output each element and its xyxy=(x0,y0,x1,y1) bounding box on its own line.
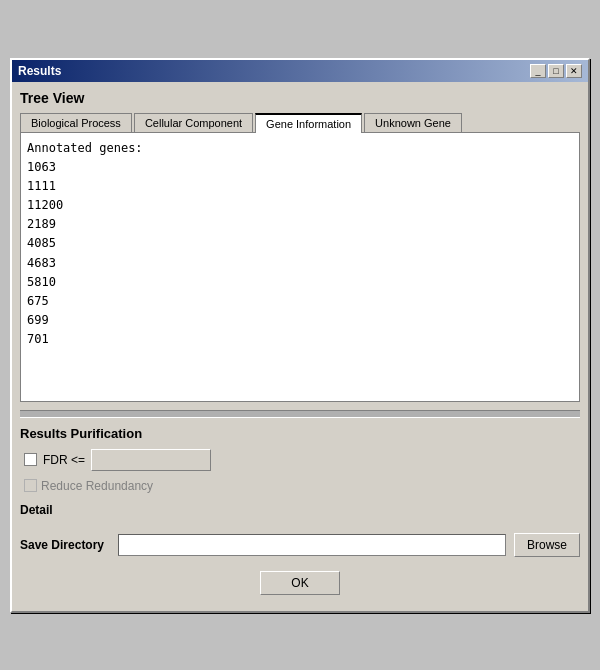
purification-section: Results Purification FDR <= Reduce Redun… xyxy=(20,426,580,557)
fdr-label: FDR <= xyxy=(43,453,85,467)
save-directory-label: Save Directory xyxy=(20,538,110,552)
title-bar-buttons: _ □ ✕ xyxy=(530,64,582,78)
annotated-header: Annotated genes: xyxy=(27,139,573,158)
fdr-checkbox[interactable] xyxy=(24,453,37,466)
divider xyxy=(20,410,580,418)
title-bar: Results _ □ ✕ xyxy=(12,60,588,82)
gene-line: 701 xyxy=(27,330,573,349)
ok-button[interactable]: OK xyxy=(260,571,339,595)
gene-line: 2189 xyxy=(27,215,573,234)
gene-content-area[interactable]: Annotated genes: 1063 1111 11200 2189 40… xyxy=(20,132,580,402)
fdr-row: FDR <= xyxy=(24,449,580,471)
detail-label: Detail xyxy=(20,503,53,517)
gene-line: 11200 xyxy=(27,196,573,215)
ok-row: OK xyxy=(20,571,580,595)
tab-biological-process[interactable]: Biological Process xyxy=(20,113,132,133)
tab-bar: Biological Process Cellular Component Ge… xyxy=(20,112,580,132)
maximize-button[interactable]: □ xyxy=(548,64,564,78)
close-button[interactable]: ✕ xyxy=(566,64,582,78)
save-directory-input[interactable] xyxy=(118,534,506,556)
tab-gene-information[interactable]: Gene Information xyxy=(255,113,362,133)
tree-view-label: Tree View xyxy=(20,90,580,106)
browse-button[interactable]: Browse xyxy=(514,533,580,557)
save-directory-row: Save Directory Browse xyxy=(20,533,580,557)
reduce-redundancy-row: Reduce Redundancy xyxy=(24,479,580,493)
tab-unknown-gene[interactable]: Unknown Gene xyxy=(364,113,462,133)
gene-line: 4683 xyxy=(27,254,573,273)
minimize-button[interactable]: _ xyxy=(530,64,546,78)
gene-line: 1111 xyxy=(27,177,573,196)
gene-line: 699 xyxy=(27,311,573,330)
gene-line: 1063 xyxy=(27,158,573,177)
gene-line: 675 xyxy=(27,292,573,311)
window-content: Tree View Biological Process Cellular Co… xyxy=(12,82,588,611)
detail-row: Detail xyxy=(20,503,580,517)
window-title: Results xyxy=(18,64,61,78)
tab-cellular-component[interactable]: Cellular Component xyxy=(134,113,253,133)
reduce-checkbox[interactable] xyxy=(24,479,37,492)
reduce-label: Reduce Redundancy xyxy=(41,479,153,493)
gene-line: 5810 xyxy=(27,273,573,292)
purification-title: Results Purification xyxy=(20,426,580,441)
fdr-input[interactable] xyxy=(91,449,211,471)
results-window: Results _ □ ✕ Tree View Biological Proce… xyxy=(10,58,590,613)
gene-line: 4085 xyxy=(27,234,573,253)
